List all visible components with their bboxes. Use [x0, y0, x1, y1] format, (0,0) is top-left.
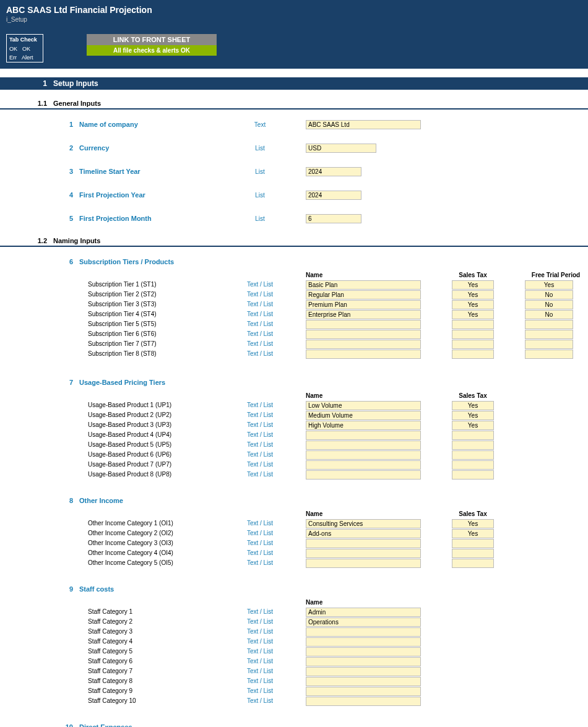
trial-input[interactable]: Yes — [525, 280, 573, 290]
tax-input[interactable] — [452, 350, 494, 359]
tax-input[interactable]: Yes — [452, 310, 494, 319]
row-label: Staff Category 10 — [79, 697, 214, 705]
row-label: Usage-Based Product 1 (UP1) — [79, 402, 214, 409]
name-input[interactable] — [306, 697, 421, 706]
table-row: Other Income Category 3 (OI3) Text / Lis… — [0, 538, 588, 548]
name-input[interactable] — [306, 559, 421, 568]
input-field[interactable]: 2024 — [306, 191, 361, 200]
row-type: Text / List — [214, 668, 306, 675]
name-input[interactable] — [306, 647, 421, 656]
table-row: Subscription Tier 6 (ST6) Text / List — [0, 329, 588, 339]
name-input[interactable] — [306, 667, 421, 676]
name-input[interactable] — [306, 350, 421, 359]
tax-input[interactable] — [452, 441, 494, 450]
name-input[interactable] — [306, 549, 421, 558]
tax-input[interactable] — [452, 539, 494, 548]
name-input[interactable] — [306, 340, 421, 349]
row-type: List — [214, 192, 306, 199]
tax-input[interactable] — [452, 340, 494, 349]
tax-input[interactable] — [452, 330, 494, 339]
tax-input[interactable]: Yes — [452, 519, 494, 528]
name-input[interactable] — [306, 677, 421, 686]
tax-input[interactable] — [452, 460, 494, 470]
name-input[interactable]: Admin — [306, 608, 421, 617]
row-label: Subscription Tier 3 (ST3) — [79, 301, 214, 308]
trial-input[interactable] — [525, 320, 573, 329]
tax-input[interactable] — [452, 470, 494, 480]
row-label: Subscription Tier 6 (ST6) — [79, 330, 214, 338]
trial-input[interactable]: No — [525, 300, 573, 309]
tax-input[interactable] — [452, 450, 494, 460]
tax-input[interactable] — [452, 549, 494, 558]
table-row: Staff Category 7 Text / List — [0, 666, 588, 676]
column-headers: Name Sales TaxFree Trial Period — [0, 270, 588, 279]
name-input[interactable]: Low Volume — [306, 401, 421, 410]
row-label: Other Income Category 5 (OI5) — [79, 559, 214, 567]
name-input[interactable]: Regular Plan — [306, 290, 421, 299]
name-input[interactable] — [306, 470, 421, 480]
table-row: Subscription Tier 1 (ST1) Text / List Ba… — [0, 280, 588, 290]
trial-input[interactable]: No — [525, 290, 573, 299]
row-type: Text — [214, 121, 306, 128]
name-input[interactable] — [306, 627, 421, 637]
column-headers: Name Sales Tax — [0, 509, 588, 518]
tax-input[interactable]: Yes — [452, 401, 494, 410]
tab-check-header: Tab Check — [7, 35, 43, 45]
input-field[interactable]: USD — [306, 144, 376, 153]
name-input[interactable]: Enterprise Plan — [306, 310, 421, 319]
tax-input[interactable]: Yes — [452, 290, 494, 299]
tax-input[interactable]: Yes — [452, 300, 494, 309]
row-type: Text / List — [214, 421, 306, 429]
input-row: 5 First Projection Month List 6 — [0, 210, 588, 227]
row-label: First Projection Month — [79, 215, 214, 222]
name-input[interactable] — [306, 637, 421, 647]
name-input[interactable]: Basic Plan — [306, 280, 421, 290]
tax-input[interactable]: Yes — [452, 280, 494, 290]
input-field[interactable]: ABC SAAS Ltd — [306, 120, 421, 129]
name-header: Name — [306, 599, 421, 606]
tax-input[interactable] — [452, 320, 494, 329]
row-label: Currency — [79, 144, 214, 152]
trial-input[interactable] — [525, 350, 573, 359]
table-row: Staff Category 9 Text / List — [0, 686, 588, 696]
row-label: Other Income Category 1 (OI1) — [79, 520, 214, 527]
name-input[interactable]: Medium Volume — [306, 411, 421, 420]
row-type: List — [214, 215, 306, 222]
name-input[interactable] — [306, 431, 421, 440]
trial-input[interactable] — [525, 340, 573, 349]
row-type: Text / List — [214, 697, 306, 705]
link-front-sheet-button[interactable]: LINK TO FRONT SHEET — [87, 34, 217, 45]
row-type: Text / List — [214, 638, 306, 645]
name-input[interactable]: Operations — [306, 617, 421, 627]
trial-input[interactable]: No — [525, 310, 573, 319]
input-field[interactable]: 6 — [306, 214, 361, 223]
table-row: Staff Category 6 Text / List — [0, 656, 588, 666]
name-input[interactable] — [306, 460, 421, 470]
name-input[interactable] — [306, 330, 421, 339]
tax-input[interactable] — [452, 559, 494, 568]
name-input[interactable] — [306, 450, 421, 460]
table-row: Subscription Tier 7 (ST7) Text / List — [0, 339, 588, 349]
group-header-row: 9 Staff costs — [0, 580, 588, 598]
name-input[interactable] — [306, 539, 421, 548]
tax-input[interactable] — [452, 431, 494, 440]
row-number: 1 — [0, 121, 79, 128]
input-field[interactable]: 2024 — [306, 167, 361, 176]
name-input[interactable] — [306, 657, 421, 666]
row-label: Usage-Based Product 4 (UP4) — [79, 431, 214, 439]
tax-input[interactable]: Yes — [452, 529, 494, 538]
name-input[interactable] — [306, 320, 421, 329]
row-label: Other Income Category 3 (OI3) — [79, 540, 214, 547]
name-input[interactable] — [306, 687, 421, 696]
tax-input[interactable]: Yes — [452, 421, 494, 430]
row-type: Text / List — [214, 411, 306, 419]
name-input[interactable]: Consulting Services — [306, 519, 421, 528]
row-type: Text / List — [214, 291, 306, 298]
name-input[interactable]: Add-ons — [306, 529, 421, 538]
tax-input[interactable]: Yes — [452, 411, 494, 420]
name-input[interactable] — [306, 441, 421, 450]
trial-input[interactable] — [525, 330, 573, 339]
name-input[interactable]: Premium Plan — [306, 300, 421, 309]
name-input[interactable]: High Volume — [306, 421, 421, 430]
page-title: ABC SAAS Ltd Financial Projection — [6, 5, 582, 15]
